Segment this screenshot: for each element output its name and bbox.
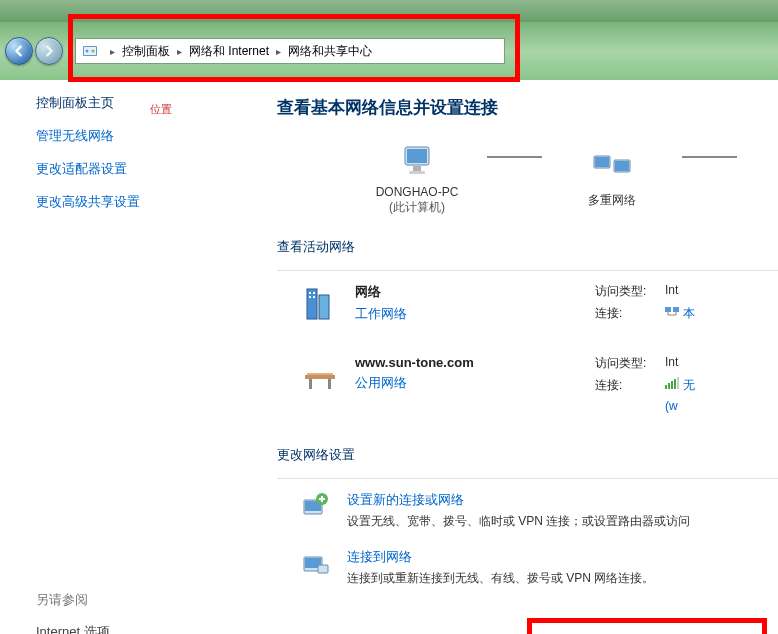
signal-icon <box>665 377 679 389</box>
map-connector <box>487 156 542 158</box>
svg-rect-24 <box>665 385 667 389</box>
work-network-icon <box>299 283 341 325</box>
page-title: 查看基本网络信息并设置连接 <box>277 96 778 119</box>
task-connect-network[interactable]: 连接到网络 <box>347 548 654 566</box>
sidebar-item-internet-options[interactable]: Internet 选项 <box>36 624 110 634</box>
svg-rect-26 <box>671 381 673 389</box>
svg-rect-7 <box>409 171 425 174</box>
public-network-icon <box>299 355 341 397</box>
svg-rect-11 <box>615 161 629 171</box>
svg-rect-28 <box>677 377 679 389</box>
svg-rect-14 <box>309 292 311 294</box>
crumb-sharing-center[interactable]: 网络和共享中心 <box>286 43 374 60</box>
connection-link[interactable]: 无 <box>683 377 695 394</box>
svg-rect-25 <box>668 383 670 389</box>
network-row: www.sun-tone.com 公用网络 访问类型: Int 连接: 无 (w <box>277 355 778 418</box>
back-button[interactable] <box>5 37 33 65</box>
network-name: www.sun-tone.com <box>355 355 595 370</box>
map-connector <box>682 156 737 158</box>
computer-icon <box>347 137 487 179</box>
map-node-this-pc[interactable]: DONGHAO-PC (此计算机) <box>347 137 487 216</box>
chevron-icon: ▸ <box>172 46 187 57</box>
forward-button[interactable] <box>35 37 63 65</box>
crumb-network-internet[interactable]: 网络和 Internet <box>187 43 271 60</box>
control-panel-icon <box>81 42 99 60</box>
task-row: 设置新的连接或网络 设置无线、宽带、拨号、临时或 VPN 连接；或设置路由器或访… <box>277 491 778 530</box>
section-change-settings: 更改网络设置 <box>277 446 778 468</box>
chevron-icon: ▸ <box>271 46 286 57</box>
svg-rect-12 <box>307 289 317 319</box>
svg-rect-16 <box>309 296 311 298</box>
svg-rect-15 <box>313 292 315 294</box>
sidebar-item-sharing[interactable]: 更改高级共享设置 <box>36 193 247 211</box>
task-new-connection[interactable]: 设置新的连接或网络 <box>347 491 690 509</box>
svg-rect-9 <box>595 157 609 167</box>
main-content: 查看基本网络信息并设置连接 DONGHAO-PC (此计算机) 多重网络 查看活… <box>247 80 778 634</box>
location-label: 位置 <box>150 102 172 117</box>
svg-rect-6 <box>413 166 421 171</box>
sidebar-home[interactable]: 控制面板主页 <box>36 94 247 112</box>
svg-rect-20 <box>305 375 335 379</box>
address-bar-area: ▸ 控制面板 ▸ 网络和 Internet ▸ 网络和共享中心 <box>0 22 778 80</box>
network-map: DONGHAO-PC (此计算机) 多重网络 <box>277 137 778 216</box>
svg-rect-22 <box>309 379 312 389</box>
section-active-networks: 查看活动网络 <box>277 238 778 260</box>
svg-rect-18 <box>665 307 671 312</box>
connect-network-icon <box>299 548 331 580</box>
svg-rect-27 <box>674 379 676 389</box>
svg-point-2 <box>86 50 89 53</box>
network-type-link[interactable]: 公用网络 <box>355 374 595 392</box>
svg-rect-17 <box>313 296 315 298</box>
sidebar: 控制面板主页 位置 管理无线网络 更改适配器设置 更改高级共享设置 另请参阅 I… <box>0 80 247 634</box>
see-also-header: 另请参阅 <box>36 591 247 609</box>
svg-point-3 <box>92 50 95 53</box>
sidebar-item-adapter[interactable]: 更改适配器设置 <box>36 160 247 178</box>
svg-rect-34 <box>318 565 328 573</box>
network-type-link[interactable]: 工作网络 <box>355 305 595 323</box>
svg-rect-13 <box>319 295 329 319</box>
svg-rect-21 <box>307 373 333 375</box>
lan-icon <box>665 305 679 317</box>
network-name: 网络 <box>355 283 595 301</box>
task-row: 连接到网络 连接到或重新连接到无线、有线、拨号或 VPN 网络连接。 <box>277 548 778 587</box>
sidebar-item-wireless[interactable]: 管理无线网络 <box>36 127 247 145</box>
chevron-icon: ▸ <box>105 46 120 57</box>
crumb-control-panel[interactable]: 控制面板 <box>120 43 172 60</box>
new-connection-icon <box>299 491 331 523</box>
svg-rect-5 <box>407 149 427 163</box>
annotation-highlight <box>527 618 767 634</box>
network-row: 网络 工作网络 访问类型: Int 连接: 本 <box>277 283 778 327</box>
svg-rect-19 <box>673 307 679 312</box>
map-node-networks[interactable]: 多重网络 <box>542 144 682 209</box>
connection-link[interactable]: 本 <box>683 305 695 322</box>
svg-rect-23 <box>328 379 331 389</box>
network-group-icon <box>542 144 682 186</box>
breadcrumb-bar[interactable]: ▸ 控制面板 ▸ 网络和 Internet ▸ 网络和共享中心 <box>75 38 505 64</box>
